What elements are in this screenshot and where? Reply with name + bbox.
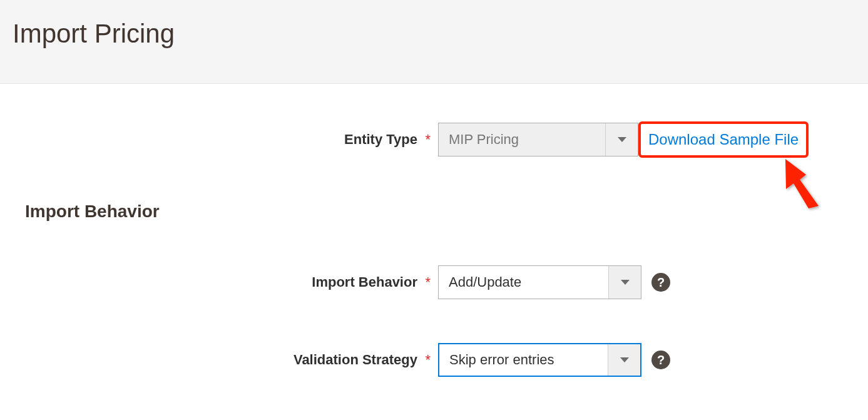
chevron-down-icon — [618, 137, 626, 142]
required-mark: * — [425, 352, 431, 367]
import-behavior-label-col: Import Behavior * — [25, 274, 438, 290]
import-behavior-heading: Import Behavior — [25, 202, 843, 222]
form-content: Entity Type * MIP Pricing Download Sampl… — [0, 84, 868, 414]
import-behavior-value: Add/Update — [439, 274, 608, 290]
validation-strategy-label: Validation Strategy — [294, 352, 417, 367]
page-header: Import Pricing — [0, 0, 868, 84]
download-sample-highlight: Download Sample File — [638, 121, 809, 158]
entity-type-caret-box — [605, 123, 638, 156]
validation-strategy-value: Skip error entries — [439, 352, 608, 368]
chevron-down-icon — [620, 357, 629, 362]
entity-type-row: Entity Type * MIP Pricing Download Sampl… — [25, 121, 843, 158]
page-title: Import Pricing — [13, 19, 855, 49]
download-sample-link[interactable]: Download Sample File — [648, 131, 799, 148]
import-behavior-row: Import Behavior * Add/Update ? — [25, 265, 843, 299]
required-mark: * — [425, 274, 431, 290]
entity-type-field-col: MIP Pricing Download Sample File — [438, 121, 809, 158]
validation-strategy-row: Validation Strategy * Skip error entries… — [25, 343, 843, 377]
import-behavior-caret-box — [608, 266, 641, 299]
entity-type-label: Entity Type — [344, 131, 417, 147]
required-mark: * — [425, 131, 431, 147]
chevron-down-icon — [621, 280, 630, 285]
import-behavior-field-col: Add/Update ? — [438, 265, 670, 299]
entity-type-label-col: Entity Type * — [25, 131, 438, 148]
import-behavior-label: Import Behavior — [312, 274, 417, 290]
validation-strategy-label-col: Validation Strategy * — [25, 352, 438, 368]
entity-type-value: MIP Pricing — [439, 131, 605, 148]
entity-type-select[interactable]: MIP Pricing — [438, 123, 638, 156]
help-icon[interactable]: ? — [651, 351, 670, 369]
import-behavior-select[interactable]: Add/Update — [438, 265, 641, 299]
validation-strategy-caret-box — [608, 344, 640, 376]
validation-strategy-field-col: Skip error entries ? — [438, 343, 670, 377]
validation-strategy-select[interactable]: Skip error entries — [438, 343, 641, 377]
help-icon[interactable]: ? — [651, 273, 670, 292]
